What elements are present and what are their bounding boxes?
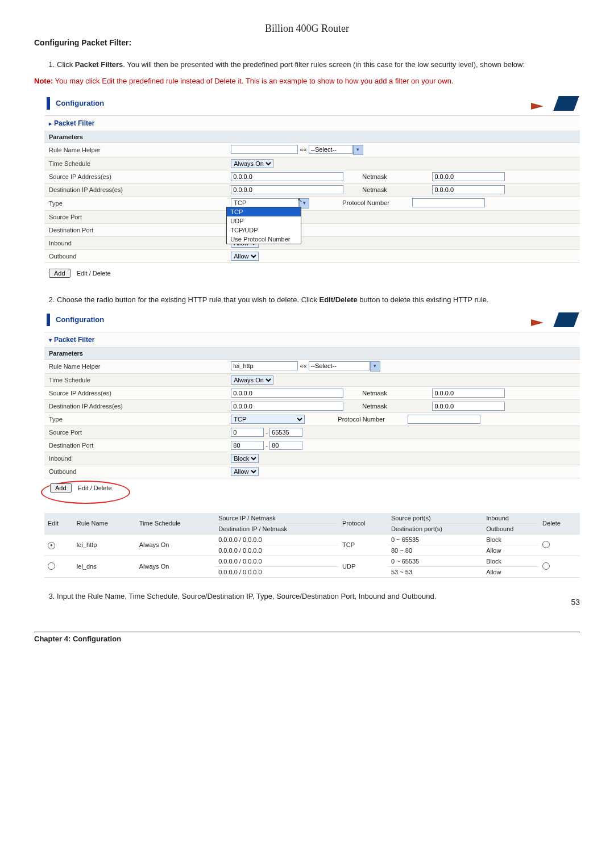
page-footer: Chapter 4: Configuration (34, 632, 580, 643)
edit-delete-link[interactable]: Edit / Delete (77, 270, 111, 277)
edit-radio[interactable] (48, 542, 55, 549)
outbound-select[interactable]: Allow (231, 252, 259, 261)
src-netmask-input[interactable] (432, 172, 505, 181)
dst-ip-label-2: Destination IP Address(es) (44, 399, 226, 412)
chevron-down-icon[interactable]: ▾ (353, 145, 363, 155)
edit-radio[interactable] (48, 562, 55, 570)
th-inbound: Inbound (483, 513, 539, 524)
chevron-down-icon[interactable]: ▾ (370, 361, 380, 372)
type-dropdown-list[interactable]: TCP UDP TCP/UDP Use Protocol Number (226, 207, 301, 244)
helper-select-display[interactable] (309, 145, 353, 154)
src-port-to-input[interactable] (269, 428, 302, 437)
step2-post: button to delete this existing HTTP rule… (358, 295, 489, 304)
packet-filter-link-2[interactable]: Packet Filter (44, 332, 580, 348)
chapter-label: Chapter 4: Configuration (34, 635, 121, 643)
time-schedule-select-2[interactable]: Always On (231, 375, 273, 385)
bluebar-icon (47, 97, 50, 110)
packet-filter-link[interactable]: Packet Filter (44, 116, 580, 131)
src-port-from-input[interactable] (231, 428, 264, 437)
type-option-tcp[interactable]: TCP (227, 207, 301, 216)
cell-outbound: Allow (483, 566, 539, 577)
rule-name-label: Rule Name Helper (44, 143, 226, 157)
config-panel-1: Configuration Packet Filter Parameters R… (41, 95, 580, 281)
type-option-protonum[interactable]: Use Protocol Number (227, 235, 301, 244)
config-title: Configuration (56, 99, 531, 107)
type-select-display[interactable]: TCP (231, 198, 299, 207)
cell-rule-name: lei_dns (73, 556, 136, 577)
cell-inbound: Block (483, 556, 539, 566)
cell-src-ip: 0.0.0.0 / 0.0.0.0 (215, 556, 339, 566)
note-text: Note: You may click Edit the predefined … (34, 76, 580, 87)
dst-ip-input[interactable] (231, 185, 343, 194)
note-body: You may click Edit the predefined rule i… (53, 77, 453, 85)
delete-radio[interactable] (542, 562, 550, 570)
netmask-label-3: Netmask (362, 390, 430, 397)
th-dst-ports: Destination port(s) (388, 523, 483, 534)
time-schedule-label: Time Schedule (44, 157, 226, 170)
type-option-tcpudp[interactable]: TCP/UDP (227, 226, 301, 235)
rule-name-input-2[interactable] (231, 361, 298, 370)
step-2: Choose the radio button for the existing… (57, 295, 580, 306)
src-port-label-2: Source Port (44, 425, 226, 439)
config-header: Configuration (44, 95, 580, 116)
outbound-label-2: Outbound (44, 465, 226, 478)
protocol-number-input[interactable] (412, 198, 485, 207)
cell-dst-ports: 80 ~ 80 (388, 545, 483, 556)
highlight-ellipse-icon: Add Edit / Delete (41, 481, 130, 504)
inbound-label: Inbound (44, 236, 226, 249)
add-button-2[interactable]: Add (50, 483, 72, 493)
src-port-label: Source Port (44, 210, 226, 223)
dst-netmask-input[interactable] (432, 185, 505, 194)
bluebar-icon (47, 314, 50, 326)
cursor-icon: ↖ (297, 197, 302, 204)
type-label: Type (44, 196, 226, 210)
step2-bold: Edit/Delete (320, 295, 358, 304)
cell-time-schedule: Always On (136, 556, 215, 577)
rule-name-input[interactable] (231, 145, 298, 154)
dash-icon: - (265, 442, 269, 449)
dst-ip-input-2[interactable] (231, 402, 343, 411)
section-title: Configuring Packet Filter: (34, 38, 580, 47)
src-ip-input-2[interactable] (231, 389, 343, 398)
cell-dst-ports: 53 ~ 53 (388, 566, 483, 577)
src-netmask-input-2[interactable] (432, 389, 505, 398)
type-label-2: Type (44, 412, 226, 425)
inbound-select-2[interactable]: Block (231, 454, 259, 463)
dst-netmask-input-2[interactable] (432, 402, 505, 411)
cell-protocol: TCP (339, 534, 388, 556)
dst-port-from-input[interactable] (231, 441, 264, 450)
config-title-2: Configuration (56, 315, 531, 324)
dst-port-to-input[interactable] (269, 441, 302, 450)
note-label: Note: (34, 77, 53, 85)
inbound-label-2: Inbound (44, 452, 226, 465)
outbound-select-2[interactable]: Allow (231, 467, 259, 476)
cell-outbound: Allow (483, 545, 539, 556)
edit-delete-link-2[interactable]: Edit / Delete (78, 485, 112, 491)
cell-dst-ip: 0.0.0.0 / 0.0.0.0 (215, 566, 339, 577)
th-src-ports: Source port(s) (388, 513, 483, 524)
cell-time-schedule: Always On (136, 534, 215, 556)
type-option-udp[interactable]: UDP (227, 216, 301, 226)
step-1: Click Packet Filters. You will then be p… (57, 60, 580, 70)
cell-src-ports: 0 ~ 65535 (388, 556, 483, 566)
rules-table: Edit Rule Name Time Schedule Source IP /… (44, 513, 580, 578)
netmask-label: Netmask (362, 173, 430, 180)
outbound-label: Outbound (44, 249, 226, 262)
add-button[interactable]: Add (49, 269, 70, 278)
delete-radio[interactable] (542, 541, 550, 548)
rule-name-label-2: Rule Name Helper (44, 360, 226, 374)
helper-arrows-icon: «« (300, 362, 306, 369)
helper-select-display-2[interactable] (309, 361, 370, 370)
netmask-label-2: Netmask (362, 186, 430, 193)
cell-src-ports: 0 ~ 65535 (388, 534, 483, 545)
step1-pre: Click (57, 60, 75, 69)
type-select-2[interactable]: TCP (231, 415, 305, 424)
th-delete: Delete (539, 513, 580, 535)
protocol-number-input-2[interactable] (408, 415, 480, 424)
th-dst-ip: Destination IP / Netmask (215, 523, 339, 534)
src-ip-input[interactable] (231, 172, 343, 181)
protocol-number-label-2: Protocol Number (338, 416, 406, 423)
page-number: 53 (34, 598, 580, 607)
time-schedule-select[interactable]: Always On (231, 159, 273, 168)
netmask-label-4: Netmask (362, 403, 430, 410)
